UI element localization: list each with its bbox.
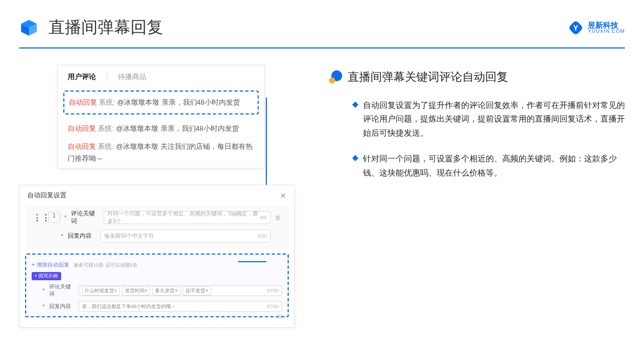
modal-title: 自动回复设置 — [27, 191, 67, 200]
example-badge: • 填写示例 — [32, 272, 61, 280]
bullet-item: 自动回复设置为了提升作者的评论回复效率，作者可在开播前针对常见的评论用户问题，提… — [329, 99, 625, 140]
close-icon[interactable]: ✕ — [280, 191, 287, 200]
required-mark: * — [43, 288, 45, 294]
header: 直播间弹幕回复 Y 昱新科技 YUUXIN.COM — [0, 0, 644, 44]
diamond-icon — [352, 155, 358, 161]
bullet-text: 针对同一个问题，可设置多个相近的、高频的关键词。例如：这款多少钱、这块能优惠吗、… — [363, 152, 625, 180]
bullet-item: 针对同一个问题，可设置多个相近的、高频的关键词。例如：这款多少钱、这块能优惠吗、… — [329, 152, 625, 180]
settings-modal: 自动回复设置 ✕ ⋮⋮ 1 * 评论关键词 对同一个问题，可设置多个相近、高频的… — [19, 185, 295, 328]
ex-keyword-label: 评论关键词 — [49, 283, 74, 298]
example-block: + 增加自动回复 最多可建10条 还可以创建9条 • 填写示例 * 评论关键词 … — [25, 254, 289, 317]
brand: Y 昱新科技 YUUXIN.COM — [568, 20, 625, 35]
keyword-input[interactable]: 对同一个问题，可设置多个相近、高频的关键词，Tag确定，最多5个 0/6 — [104, 211, 271, 224]
left-panel: 用户评论 | 待播商品 自动回复 系统: @冰墩墩本墩 亲亲，我们48小时内发货… — [19, 65, 303, 192]
content-label: 回复内容 — [68, 232, 96, 240]
bullet-text: 自动回复设置为了提升作者的评论回复效率，作者可在开播前针对常见的评论用户问题，提… — [363, 99, 625, 140]
auto-reply-label: 自动回复 — [68, 125, 96, 132]
brand-name-cn: 昱新科技 — [588, 21, 625, 29]
brand-logo-icon: Y — [568, 20, 583, 35]
tag[interactable]: 多久发货× — [152, 286, 180, 295]
system-prefix: 系统: — [99, 99, 115, 106]
system-prefix: 系统: — [98, 125, 114, 132]
required-mark: * — [43, 304, 45, 310]
counter: 0/50 — [257, 233, 267, 239]
drag-handle-icon[interactable]: ⋮⋮ — [33, 213, 44, 223]
keyword-label: 评论关键词 — [71, 210, 99, 225]
counter: 20/50 — [266, 288, 279, 293]
add-rule-link[interactable]: + 增加自动回复 — [32, 262, 69, 268]
auto-reply-label: 自动回复 — [68, 143, 96, 150]
comment-row: 自动回复 系统: @冰墩墩本墩 关注我们的店铺，每日都有热门推荐呦～ — [58, 138, 264, 168]
tag[interactable]: 什么时候发货× — [82, 286, 120, 295]
placeholder-text: 对同一个问题，可设置多个相近、高频的关键词，Tag确定，最多5个 — [108, 210, 260, 225]
section-header: 直播间弹幕关键词评论自动回复 — [329, 69, 625, 85]
connector-line — [238, 261, 266, 262]
content-input[interactable]: 每条限50个中文字符 0/50 — [100, 230, 271, 243]
tag[interactable]: 还不发货× — [183, 286, 211, 295]
tab-pending-products[interactable]: 待播商品 — [118, 72, 146, 82]
comment-text: @冰墩墩本墩 亲亲，我们48小时内发货 — [117, 99, 240, 106]
svg-text:Y: Y — [574, 23, 579, 32]
right-panel: 直播间弹幕关键词评论自动回复 自动回复设置为了提升作者的评论回复效率，作者可在开… — [319, 65, 625, 192]
tab-user-comments[interactable]: 用户评论 — [68, 72, 96, 82]
diamond-icon — [352, 101, 358, 107]
comments-card: 用户评论 | 待播商品 自动回复 系统: @冰墩墩本墩 亲亲，我们48小时内发货… — [57, 65, 265, 168]
tag[interactable]: 发货时间× — [122, 286, 150, 295]
ex-content-value: 亲，我们这边都是下单48小时内发货的哦～ — [82, 303, 176, 310]
required-mark: * — [61, 233, 63, 239]
system-prefix: 系统: — [98, 143, 114, 150]
cube-logo-icon — [19, 18, 39, 38]
highlighted-comment: 自动回复 系统: @冰墩墩本墩 亲亲，我们48小时内发货 — [63, 90, 259, 114]
counter: 0/6 — [260, 215, 267, 220]
page-title: 直播间弹幕回复 — [49, 16, 568, 39]
required-mark: * — [64, 215, 67, 221]
index-input[interactable]: 1 — [48, 212, 60, 223]
ex-content-input[interactable]: 亲，我们这边都是下单48小时内发货的哦～ 37/50 — [79, 301, 282, 312]
ex-content-label: 回复内容 — [49, 303, 74, 310]
comment-text: @冰墩墩本墩 亲亲，我们48小时内发货 — [116, 125, 238, 132]
trash-icon[interactable]: 🗑 — [275, 214, 281, 221]
ex-keyword-input[interactable]: 什么时候发货× 发货时间× 多久发货× 还不发货× 20/50 — [79, 285, 282, 296]
auto-reply-label: 自动回复 — [69, 99, 97, 106]
section-title: 直播间弹幕关键词评论自动回复 — [348, 69, 508, 85]
bubble-icon — [329, 70, 342, 83]
comment-row: 自动回复 系统: @冰墩墩本墩 亲亲，我们48小时内发货 — [58, 120, 264, 138]
add-hint: 最多可建10条 还可以创建9条 — [74, 262, 138, 268]
brand-name-en: YUUXIN.COM — [588, 29, 625, 34]
tab-separator: | — [106, 72, 108, 82]
tabs: 用户评论 | 待播商品 — [58, 65, 264, 87]
outer-counter: /50 — [276, 314, 283, 319]
counter: 37/50 — [266, 304, 279, 309]
placeholder-text: 每条限50个中文字符 — [104, 232, 154, 240]
